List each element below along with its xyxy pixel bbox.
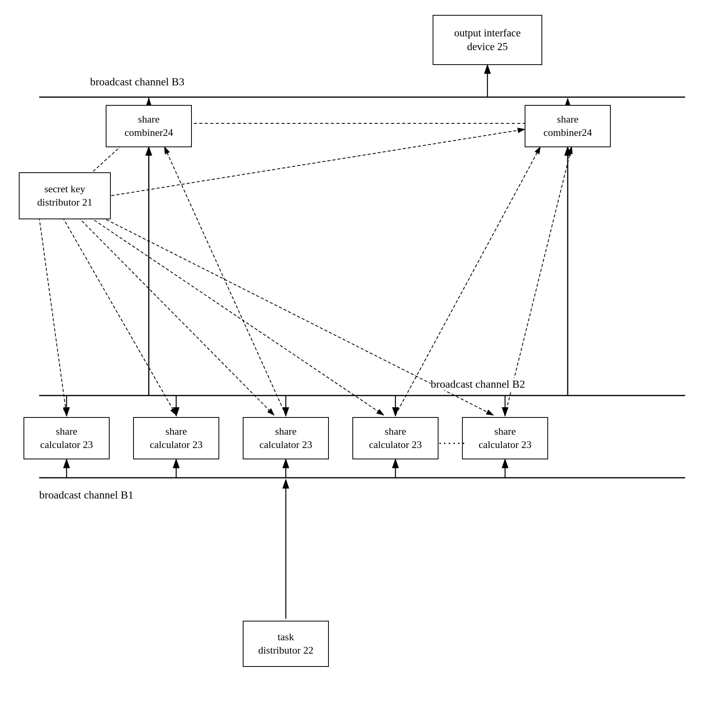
output-interface-device-label: output interface device 25 bbox=[454, 26, 521, 54]
diagram-container: output interface device 25 broadcast cha… bbox=[0, 0, 720, 728]
share-combiner-left-box: share combiner24 bbox=[106, 105, 192, 147]
task-distributor-label: task distributor 22 bbox=[258, 630, 314, 657]
secret-key-distributor-label: secret key distributor 21 bbox=[37, 182, 92, 209]
broadcast-channel-b1-label: broadcast channel B1 bbox=[39, 489, 134, 501]
task-distributor-box: task distributor 22 bbox=[243, 621, 329, 667]
share-calculator-4-box: share calculator 23 bbox=[352, 417, 438, 459]
svg-line-21 bbox=[164, 147, 286, 415]
svg-line-22 bbox=[395, 147, 540, 415]
share-combiner-right-box: share combiner24 bbox=[525, 105, 611, 147]
broadcast-channel-b3-label: broadcast channel B3 bbox=[90, 76, 184, 88]
svg-line-18 bbox=[78, 217, 274, 415]
output-interface-device-box: output interface device 25 bbox=[433, 15, 542, 65]
share-calculator-2-box: share calculator 23 bbox=[133, 417, 219, 459]
dots-between-calcs: ...... bbox=[438, 433, 467, 447]
share-calculator-5-box: share calculator 23 bbox=[462, 417, 548, 459]
share-combiner-right-label: share combiner24 bbox=[543, 113, 592, 139]
secret-key-distributor-box: secret key distributor 21 bbox=[19, 172, 111, 219]
svg-line-17 bbox=[63, 217, 176, 415]
share-calculator-3-box: share calculator 23 bbox=[243, 417, 329, 459]
share-calculator-1-box: share calculator 23 bbox=[23, 417, 110, 459]
svg-line-23 bbox=[505, 147, 572, 415]
svg-line-19 bbox=[90, 217, 384, 415]
broadcast-channel-b2-label: broadcast channel B2 bbox=[431, 378, 525, 390]
svg-line-16 bbox=[39, 217, 67, 415]
share-combiner-left-label: share combiner24 bbox=[125, 113, 173, 139]
